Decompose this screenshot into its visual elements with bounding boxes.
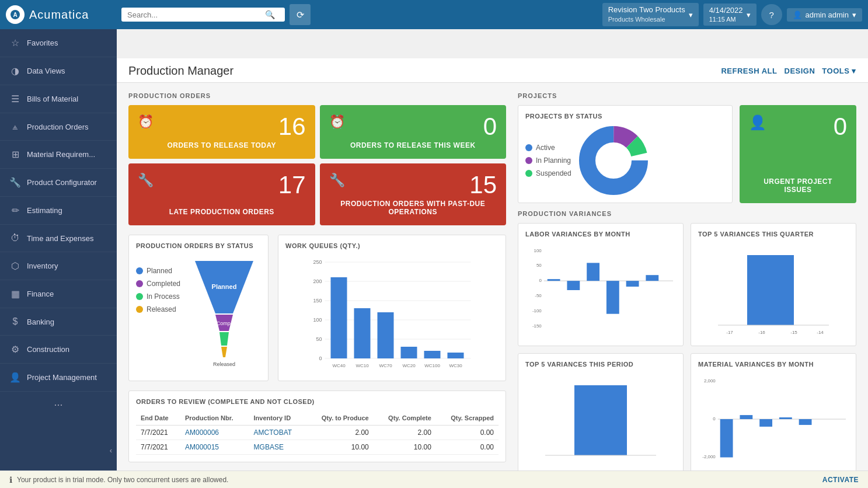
wrench-icon: 🔧	[329, 173, 345, 188]
list-icon: ☰	[9, 93, 21, 104]
svg-marker-7	[221, 347, 227, 357]
svg-rect-47	[606, 281, 619, 314]
sidebar-item-estimating[interactable]: ✏ Estimating	[0, 197, 117, 225]
top5-period-box: TOP 5 VARIANCES THIS PERIOD	[518, 353, 684, 476]
search-input[interactable]	[127, 11, 262, 19]
svg-rect-25	[378, 312, 394, 358]
sidebar-item-label: Material Requirem...	[27, 150, 95, 159]
svg-text:-17: -17	[726, 330, 733, 335]
company-selector[interactable]: Revision Two Products Products Wholesale…	[602, 3, 699, 26]
legend-label: Completed	[147, 280, 180, 288]
svg-rect-27	[401, 347, 417, 358]
svg-text:WC10: WC10	[355, 363, 369, 368]
company-subsidiary: Products Wholesale	[608, 15, 685, 23]
orders-to-review-section: ORDERS TO REVIEW (COMPLETE AND NOT CLOSE…	[128, 391, 506, 462]
chevron-left-icon: ‹	[110, 446, 112, 455]
legend-suspended: Suspended	[525, 169, 571, 177]
past-due-card[interactable]: 🔧 15 PRODUCTION ORDERS WITH PAST-DUE OPE…	[320, 163, 507, 225]
sidebar-item-inventory[interactable]: ⬡ Inventory	[0, 252, 117, 280]
sidebar-item-banking[interactable]: $ Banking	[0, 308, 117, 336]
chevron-down-icon: ▾	[852, 11, 856, 19]
svg-text:2,000: 2,000	[704, 378, 716, 384]
svg-text:WC30: WC30	[449, 363, 462, 368]
svg-rect-23	[354, 308, 371, 358]
kpi-card-top: 🔧 17	[138, 173, 306, 197]
sidebar-more-button[interactable]: ···	[0, 392, 117, 418]
sidebar-item-label: Time and Expenses	[27, 234, 93, 243]
svg-marker-6	[219, 332, 229, 346]
sidebar-collapse-button[interactable]: ‹	[105, 441, 117, 459]
svg-text:-2,000: -2,000	[702, 454, 716, 459]
sidebar-item-bills-of-material[interactable]: ☰ Bills of Material	[0, 85, 117, 113]
legend-label: In Planning	[536, 156, 571, 165]
company-name: Revision Two Products	[608, 5, 685, 14]
sidebar-item-label: Estimating	[27, 206, 62, 215]
legend-label: Active	[536, 144, 555, 152]
svg-text:Planned: Planned	[212, 283, 237, 290]
top5-quarter-box: TOP 5 VARIANCES THIS QUARTER -17 -16 -15…	[691, 223, 856, 346]
sidebar-item-data-views[interactable]: ◑ Data Views	[0, 57, 117, 85]
sidebar: ☆ Favorites ◑ Data Views ☰ Bills of Mate…	[0, 29, 117, 470]
svg-rect-21	[331, 277, 347, 358]
refresh-all-button[interactable]: REFRESH ALL	[721, 67, 777, 75]
sidebar-item-product-configurator[interactable]: 🔧 Product Configurator	[0, 169, 117, 197]
svg-rect-44	[548, 279, 560, 281]
labor-variances-svg: 100 50 0 -50 -100 -150	[525, 243, 676, 337]
labor-variances-title: LABOR VARIANCES BY MONTH	[525, 231, 676, 238]
svg-text:50: 50	[316, 336, 322, 342]
page-header: Production Manager REFRESH ALL DESIGN TO…	[117, 58, 868, 83]
history-button[interactable]: ⟳	[290, 4, 311, 25]
top-navigation: A Acumatica 🔍 ⟳ Revision Two Products Pr…	[0, 0, 868, 29]
prod-nbr-link[interactable]: AM000006	[185, 428, 219, 437]
date-display: 4/14/2022 11:15 AM	[709, 6, 743, 23]
tools-button[interactable]: TOOLS ▾	[822, 67, 856, 75]
prod-nbr-link[interactable]: AM000015	[185, 443, 219, 451]
sidebar-item-material-requirements[interactable]: ⊞ Material Requirem...	[0, 141, 117, 169]
sidebar-item-production-orders[interactable]: ⟁ Production Orders	[0, 113, 117, 141]
svg-rect-56	[574, 385, 627, 455]
svg-text:0: 0	[539, 278, 542, 283]
help-button[interactable]: ?	[761, 4, 782, 25]
grid-icon: ⊞	[9, 149, 21, 160]
user-menu[interactable]: 👤 admin admin ▾	[787, 8, 862, 22]
main-two-col: PRODUCTION ORDERS ⏰ 16 ORDERS TO RELEASE…	[128, 92, 856, 483]
sidebar-item-favorites[interactable]: ☆ Favorites	[0, 29, 117, 57]
content-area: PRODUCTION ORDERS ⏰ 16 ORDERS TO RELEASE…	[117, 83, 868, 488]
orders-week-label: ORDERS TO RELEASE THIS WEEK	[329, 141, 497, 149]
qty-produce-cell: 2.00	[306, 426, 374, 440]
col-qty-scrapped: Qty. Scrapped	[436, 411, 499, 426]
legend-dot	[136, 267, 143, 274]
kpi-card-top: ⏰ 0	[329, 114, 497, 139]
kpi-card-top: 🔧 15	[329, 173, 497, 197]
work-queues-chart-box: WORK QUEUES (QTY.) 250 200 150 100 50 0	[278, 235, 506, 381]
date-selector[interactable]: 4/14/2022 11:15 AM ▾	[703, 4, 757, 26]
svg-text:100: 100	[534, 248, 542, 253]
svg-rect-54	[747, 255, 794, 325]
sidebar-item-time-and-expenses[interactable]: ⏱ Time and Expenses	[0, 225, 117, 252]
prod-nbr-cell: AM000015	[180, 440, 249, 455]
urgent-project-issues-card[interactable]: 👤 0 URGENT PROJECT ISSUES	[740, 105, 856, 203]
orders-today-label: ORDERS TO RELEASE TODAY	[138, 141, 306, 149]
activate-button[interactable]: ACTIVATE	[822, 476, 859, 484]
legend-dot	[525, 144, 532, 151]
info-icon: ℹ	[9, 475, 12, 484]
funnel-svg: Planned Comp. Released	[187, 255, 261, 372]
svg-text:100: 100	[313, 317, 322, 323]
search-bar[interactable]: 🔍	[121, 8, 285, 22]
orders-week-card[interactable]: ⏰ 0 ORDERS TO RELEASE THIS WEEK	[320, 105, 507, 159]
inventory-link[interactable]: AMCTOBAT	[254, 428, 292, 437]
sidebar-item-label: Construction	[27, 345, 69, 354]
svg-text:Comp.: Comp.	[217, 320, 232, 326]
orders-today-card[interactable]: ⏰ 16 ORDERS TO RELEASE TODAY	[128, 105, 315, 159]
late-orders-card[interactable]: 🔧 17 LATE PRODUCTION ORDERS	[128, 163, 315, 225]
sidebar-item-project-management[interactable]: 👤 Project Management	[0, 364, 117, 392]
inventory-link[interactable]: MGBASE	[254, 443, 284, 451]
sidebar-item-construction[interactable]: ⚙ Construction	[0, 336, 117, 364]
svg-text:-15: -15	[790, 330, 797, 335]
col-inventory-id: Inventory ID	[249, 411, 306, 426]
donut-legend: Active In Planning Suspended	[525, 144, 571, 177]
qty-complete-cell: 2.00	[374, 426, 436, 440]
qty-scrapped-cell: 0.00	[436, 426, 499, 440]
design-button[interactable]: DESIGN	[785, 67, 815, 75]
sidebar-item-finance[interactable]: ▦ Finance	[0, 280, 117, 308]
